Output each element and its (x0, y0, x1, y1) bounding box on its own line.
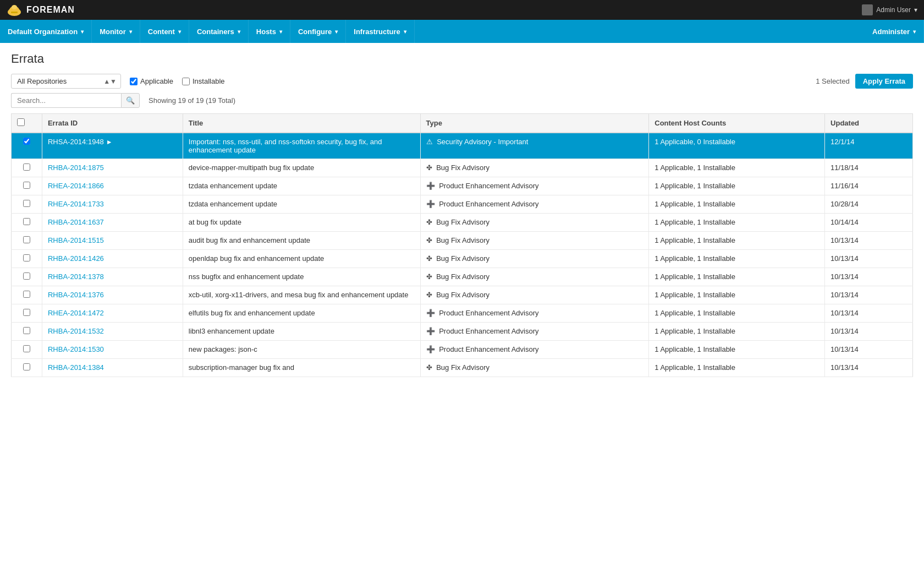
navbar-left: Default Organization ▾Monitor ▾Content ▾… (0, 20, 415, 43)
errata-title-cell: tzdata enhancement update (183, 177, 420, 195)
errata-id-link[interactable]: RHBA-2014:1384 (48, 363, 104, 372)
row-checkbox[interactable] (23, 182, 30, 189)
errata-counts-cell: 1 Applicable, 1 Installable (649, 177, 825, 195)
user-name: Admin User (876, 6, 911, 14)
type-label: Product Enhancement Advisory (439, 182, 538, 190)
user-menu[interactable]: Admin User ▾ (862, 4, 917, 15)
errata-id-link[interactable]: RHBA-2014:1376 (48, 291, 104, 299)
errata-title-cell: openldap bug fix and enhancement update (183, 250, 420, 268)
top-controls: All Repositories ▲▼ Applicable Installab… (11, 74, 913, 108)
row-checkbox[interactable] (23, 254, 30, 261)
errata-type-cell: ⚠ Security Advisory - Important (420, 133, 649, 159)
errata-id-link[interactable]: RHBA-2014:1378 (48, 272, 104, 281)
row-checkbox[interactable] (23, 272, 30, 280)
table-header: Errata ID Title Type Content Host Counts… (12, 114, 913, 133)
errata-title-cell: new packages: json-c (183, 341, 420, 359)
errata-id-link[interactable]: RHEA-2014:1733 (48, 200, 104, 208)
row-checkbox-cell (12, 359, 42, 377)
brand: FOREMAN (7, 2, 75, 18)
errata-type-cell: ✤ Bug Fix Advisory (420, 159, 649, 177)
row-checkbox[interactable] (23, 163, 30, 171)
installable-checkbox-label[interactable]: Installable (182, 77, 225, 85)
row-checkbox[interactable] (23, 345, 30, 352)
errata-type-cell: ➕ Product Enhancement Advisory (420, 177, 649, 195)
checkbox-group: Applicable Installable (130, 77, 225, 85)
bug-icon: ✤ (426, 272, 432, 281)
errata-id-link[interactable]: RHSA-2014:1948 (48, 138, 104, 146)
table-row: RHBA-2014:1384 subscription-manager bug … (12, 359, 913, 377)
type-label: Security Advisory - Important (437, 138, 528, 146)
row-checkbox[interactable] (23, 236, 30, 243)
row-checkbox[interactable] (23, 218, 30, 225)
errata-id-link[interactable]: RHBA-2014:1637 (48, 218, 104, 226)
nav-item-default-org[interactable]: Default Organization ▾ (0, 20, 92, 43)
errata-type-cell: ✤ Bug Fix Advisory (420, 359, 649, 377)
page-title: Errata (11, 52, 913, 66)
topbar: FOREMAN Admin User ▾ (0, 0, 924, 20)
errata-id-link[interactable]: RHEA-2014:1866 (48, 182, 104, 190)
row-checkbox-cell (12, 286, 42, 304)
repository-select[interactable]: All Repositories (11, 74, 121, 89)
errata-updated-cell: 12/1/14 (825, 133, 913, 159)
row-checkbox-cell (12, 250, 42, 268)
bug-icon: ✤ (426, 218, 432, 226)
errata-title-cell: at bug fix update (183, 214, 420, 232)
errata-updated-cell: 10/13/14 (825, 268, 913, 286)
nav-item-infrastructure[interactable]: Infrastructure ▾ (346, 20, 415, 43)
errata-id-cell: RHSA-2014:1948► (42, 133, 183, 159)
row-checkbox[interactable] (23, 138, 30, 145)
type-label: Bug Fix Advisory (436, 272, 490, 281)
installable-checkbox[interactable] (182, 78, 190, 85)
search-input[interactable] (11, 93, 121, 108)
row-checkbox-cell (12, 133, 42, 159)
errata-type-cell: ➕ Product Enhancement Advisory (420, 195, 649, 214)
row-checkbox-cell (12, 214, 42, 232)
count-text: Showing 19 of 19 (19 Total) (148, 96, 235, 105)
errata-title-cell: xcb-util, xorg-x11-drivers, and mesa bug… (183, 286, 420, 304)
enhancement-icon: ➕ (426, 200, 435, 208)
errata-id-link[interactable]: RHBA-2014:1515 (48, 236, 104, 244)
type-label: Bug Fix Advisory (436, 218, 490, 226)
type-label: Bug Fix Advisory (436, 236, 490, 244)
row-checkbox[interactable] (23, 200, 30, 207)
row-checkbox-cell (12, 268, 42, 286)
errata-id-link[interactable]: RHBA-2014:1530 (48, 345, 104, 353)
row-checkbox[interactable] (23, 327, 30, 334)
nav-item-configure[interactable]: Configure ▾ (290, 20, 346, 43)
errata-title-cell: subscription-manager bug fix and (183, 359, 420, 377)
errata-id-link[interactable]: RHBA-2014:1875 (48, 163, 104, 172)
brand-name: FOREMAN (26, 5, 75, 15)
errata-counts-cell: 1 Applicable, 1 Installable (649, 341, 825, 359)
errata-title-cell: nss bugfix and enhancement update (183, 268, 420, 286)
nav-caret-icon: ▾ (404, 29, 406, 35)
nav-item-administer[interactable]: Administer ▾ (865, 20, 924, 43)
errata-updated-cell: 10/28/14 (825, 195, 913, 214)
errata-id-link[interactable]: RHBA-2014:1426 (48, 254, 104, 263)
apply-errata-button[interactable]: Apply Errata (855, 74, 913, 89)
nav-item-containers[interactable]: Containers ▾ (189, 20, 249, 43)
nav-item-monitor[interactable]: Monitor ▾ (92, 20, 140, 43)
nav-caret-icon: ▾ (913, 29, 916, 35)
row-checkbox[interactable] (23, 291, 30, 298)
errata-id-cell: RHEA-2014:1472 (42, 304, 183, 323)
errata-type-cell: ➕ Product Enhancement Advisory (420, 323, 649, 341)
errata-counts-cell: 1 Applicable, 1 Installable (649, 304, 825, 323)
applicable-checkbox[interactable] (130, 78, 138, 85)
row-checkbox[interactable] (23, 309, 30, 316)
row-checkbox-cell (12, 341, 42, 359)
navbar: Default Organization ▾Monitor ▾Content ▾… (0, 20, 924, 43)
applicable-checkbox-label[interactable]: Applicable (130, 77, 173, 85)
select-all-checkbox[interactable] (17, 118, 25, 126)
table-row: RHEA-2014:1472 elfutils bug fix and enha… (12, 304, 913, 323)
row-checkbox[interactable] (23, 363, 30, 370)
nav-item-hosts[interactable]: Hosts ▾ (249, 20, 290, 43)
errata-id-link[interactable]: RHBA-2014:1532 (48, 327, 104, 335)
search-button[interactable]: 🔍 (121, 93, 140, 108)
errata-table-body: RHSA-2014:1948► Important: nss, nss-util… (12, 133, 913, 377)
errata-type-cell: ➕ Product Enhancement Advisory (420, 341, 649, 359)
errata-type-cell: ✤ Bug Fix Advisory (420, 268, 649, 286)
nav-item-content[interactable]: Content ▾ (140, 20, 189, 43)
errata-title-cell: elfutils bug fix and enhancement update (183, 304, 420, 323)
row-checkbox-cell (12, 304, 42, 323)
errata-id-link[interactable]: RHEA-2014:1472 (48, 309, 104, 317)
